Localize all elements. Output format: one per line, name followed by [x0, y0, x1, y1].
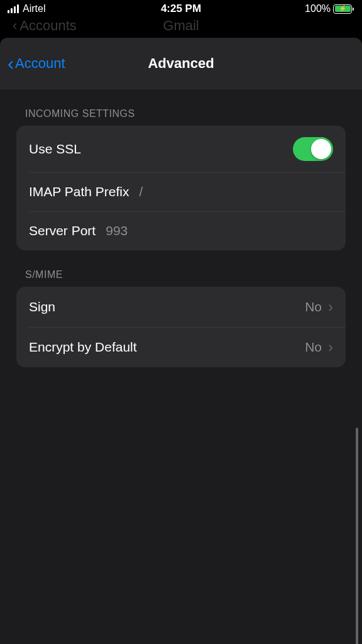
server-port-row[interactable]: Server Port 993 [16, 211, 346, 250]
use-ssl-toggle[interactable] [293, 137, 333, 161]
status-bar: Airtel 4:25 PM 100% ⚡ [0, 0, 362, 18]
background-back: ‹ Accounts [13, 18, 77, 34]
nav-bar: ‹ Account Advanced [0, 38, 362, 89]
server-port-label: Server Port [29, 223, 96, 238]
encrypt-label: Encrypt by Default [29, 340, 137, 355]
page-title: Advanced [148, 55, 214, 72]
chevron-left-icon: ‹ [13, 18, 17, 34]
imap-prefix-value: / [140, 184, 143, 199]
carrier-label: Airtel [23, 3, 45, 14]
section-header-smime: S/MIME [16, 250, 346, 287]
status-time: 4:25 PM [161, 3, 201, 15]
encrypt-row[interactable]: Encrypt by Default No › [16, 327, 346, 367]
content: INCOMING SETTINGS Use SSL IMAP Path Pref… [0, 89, 362, 367]
chevron-right-icon: › [328, 298, 333, 316]
chevron-right-icon: › [328, 338, 333, 356]
back-label: Account [15, 55, 65, 72]
section-header-incoming: INCOMING SETTINGS [16, 89, 346, 126]
use-ssl-row: Use SSL [16, 126, 346, 172]
incoming-settings-group: Use SSL IMAP Path Prefix / Server Port 9… [16, 126, 346, 250]
chevron-left-icon: ‹ [8, 54, 14, 73]
toggle-knob [311, 139, 331, 159]
charging-bolt-icon: ⚡ [339, 6, 346, 12]
imap-prefix-row[interactable]: IMAP Path Prefix / [16, 172, 346, 211]
background-title: Gmail [163, 18, 199, 34]
sign-value: No [305, 299, 322, 314]
server-port-value: 993 [106, 223, 128, 238]
encrypt-value: No [305, 340, 322, 355]
status-right: 100% ⚡ [305, 3, 352, 14]
use-ssl-label: Use SSL [29, 142, 81, 157]
imap-prefix-label: IMAP Path Prefix [29, 184, 129, 199]
status-left: Airtel [8, 3, 45, 14]
smime-group: Sign No › Encrypt by Default No › [16, 287, 346, 367]
scrollbar[interactable] [356, 428, 358, 644]
sign-label: Sign [29, 299, 55, 314]
sign-row[interactable]: Sign No › [16, 287, 346, 327]
battery-icon: ⚡ [333, 4, 352, 14]
signal-bars-icon [8, 4, 19, 13]
back-button[interactable]: ‹ Account [8, 54, 65, 73]
settings-sheet: ‹ Account Advanced INCOMING SETTINGS Use… [0, 38, 362, 644]
battery-percent: 100% [305, 3, 331, 14]
